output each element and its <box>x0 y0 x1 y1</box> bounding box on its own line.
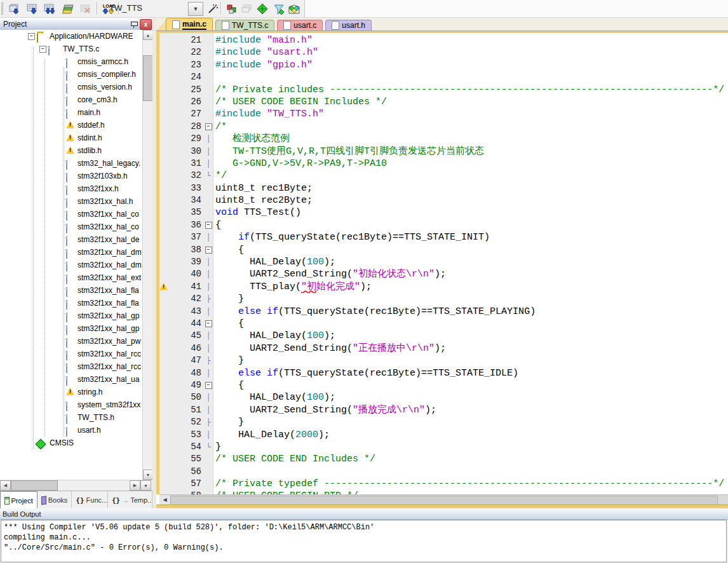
fold-collapse-icon[interactable]: − <box>205 123 212 130</box>
tree-item[interactable]: stm32f1xx_hal_pw <box>0 335 142 348</box>
tree-hscroll-thumb[interactable] <box>11 480 58 491</box>
code-text: { <box>215 219 728 231</box>
tree-item[interactable]: stm32f103xb.h <box>0 170 142 182</box>
tree-item[interactable]: stm32f1xx_hal_co <box>0 208 142 220</box>
fold-collapse-icon[interactable]: − <box>205 247 212 254</box>
pin-icon[interactable] <box>129 20 138 29</box>
tree-item[interactable]: usart.h <box>0 424 142 437</box>
panel-tab-books[interactable]: Books <box>37 491 72 509</box>
stop-build-icon[interactable] <box>78 1 94 17</box>
tree-vertical-scrollbar[interactable]: ▲ ▼ <box>142 30 153 480</box>
tree-item[interactable]: TW_TTS.h <box>0 411 142 424</box>
document-tab-usart-c[interactable]: usart.c <box>277 20 323 31</box>
tree-item[interactable]: system_stm32f1xx <box>0 398 142 411</box>
document-tab-bar: main.cTW_TTS.cusart.cusart.h <box>156 18 728 31</box>
fold-margin: ├ <box>204 355 213 367</box>
tree-item[interactable]: stm32f1xx_hal_de <box>0 233 142 246</box>
tree-item[interactable]: cmsis_version.h <box>0 81 142 93</box>
document-tab-TW_TTS-c[interactable]: TW_TTS.c <box>215 20 274 31</box>
toolbar-separator <box>220 2 221 15</box>
fold-collapse-icon[interactable]: − <box>205 320 212 327</box>
document-tab-main-c[interactable]: main.c <box>166 18 213 31</box>
tree-item[interactable]: stm32f1xx_hal_fla <box>0 297 142 309</box>
pack-installer-icon[interactable] <box>286 1 302 17</box>
tree-item[interactable]: stm32f1xx_hal_ext <box>0 271 142 284</box>
tree-item[interactable]: stm32f1xx_hal_rcc <box>0 348 142 360</box>
tree-vscroll-thumb[interactable] <box>143 55 153 101</box>
tree-item-label: main.h <box>78 106 100 119</box>
tree-item[interactable]: core_cm3.h <box>0 93 142 106</box>
translate-icon[interactable] <box>6 1 23 17</box>
tree-item[interactable]: stdint.h <box>0 132 142 144</box>
tree-item[interactable]: main.h <box>0 106 142 119</box>
tree-item[interactable]: stm32f1xx_hal_dm <box>0 246 142 259</box>
tree-item[interactable]: cmsis_compiler.h <box>0 68 142 81</box>
tree-item[interactable]: stm32_hal_legacy. <box>0 157 142 170</box>
tree-item[interactable]: stm32f1xx_hal.h <box>0 195 142 208</box>
source-file-icon <box>48 46 50 55</box>
toolbar-grip[interactable] <box>1 2 3 15</box>
scroll-up-icon[interactable]: ▲ <box>143 30 153 40</box>
panel-tab-temp[interactable]: {}→Temp... <box>108 491 152 509</box>
tree-item[interactable]: stm32f1xx.h <box>0 182 142 195</box>
code-editor[interactable]: 21#include "main.h"22#include "usart.h"2… <box>156 33 728 494</box>
options-for-target-wand-icon[interactable] <box>205 1 221 17</box>
tree-expander-minus-icon[interactable]: − <box>28 33 35 40</box>
tree-item[interactable]: stm32f1xx_hal_rcc <box>0 360 142 373</box>
tree-expander-minus-icon[interactable]: − <box>39 46 46 53</box>
target-dropdown-arrow-icon[interactable]: ▼ <box>188 2 203 16</box>
tree-item[interactable]: stm32f1xx_hal_gp <box>0 322 142 335</box>
tree-item-label: usart.h <box>78 424 101 437</box>
line-gutter <box>159 110 172 119</box>
panel-tab-project[interactable]: Project <box>0 491 37 509</box>
fold-line: ├ <box>206 356 211 365</box>
tree-item[interactable]: −TW_TTS.c <box>0 43 142 55</box>
file-icon <box>66 186 67 195</box>
tree-item[interactable]: cmsis_armcc.h <box>0 55 142 68</box>
tree-item-label: stdint.h <box>78 132 102 144</box>
batch-build-icon[interactable] <box>60 1 76 17</box>
fold-collapse-icon[interactable]: − <box>205 222 212 229</box>
fold-line: │ <box>206 431 211 439</box>
build-icon[interactable] <box>24 1 41 17</box>
tree-item[interactable]: stm32f1xx_hal_fla <box>0 284 142 297</box>
scroll-down-icon[interactable]: ▼ <box>143 470 153 480</box>
scroll-left-icon[interactable]: ◀ <box>0 480 11 491</box>
panel-tab-func[interactable]: {}Func... <box>72 491 108 509</box>
tree-item[interactable]: stdlib.h <box>0 144 142 157</box>
select-software-packs-icon[interactable] <box>271 1 287 17</box>
tree-horizontal-scrollbar[interactable]: ◀ ▶ ▼ <box>0 480 152 491</box>
multi-project-icon[interactable] <box>239 1 255 17</box>
close-icon[interactable]: x <box>140 19 152 30</box>
tree-item[interactable]: string.h <box>0 386 142 398</box>
scroll-options-icon[interactable]: ▼ <box>140 480 151 491</box>
fold-line: │ <box>206 233 211 241</box>
scroll-left-icon[interactable]: ◀ <box>159 495 171 505</box>
editor-horizontal-scrollbar[interactable]: ◀ <box>159 494 728 505</box>
tree-item[interactable]: CMSIS <box>0 437 142 449</box>
fold-collapse-icon[interactable]: − <box>205 382 212 389</box>
tree-item-label: string.h <box>78 386 102 398</box>
manage-rte-icon[interactable] <box>254 1 271 17</box>
target-select-value[interactable]: TW_TTS <box>109 3 184 13</box>
line-gutter <box>159 86 172 95</box>
tree-item[interactable]: −Application/HARDWARE <box>0 30 142 43</box>
tree-item[interactable]: stm32f1xx_hal_dm <box>0 259 142 271</box>
fold-line: │ <box>206 332 211 340</box>
line-gutter <box>159 196 172 205</box>
build-output-log[interactable]: *** Using Compiler 'V5.06 update 5 (buil… <box>1 520 727 562</box>
tree-item[interactable]: stddef.h <box>0 119 142 132</box>
tree-item[interactable]: stm32f1xx_hal_ua <box>0 373 142 386</box>
rebuild-icon[interactable] <box>42 1 58 17</box>
build-output-line: compiling main.c... <box>4 532 724 543</box>
fold-margin: │ <box>204 158 213 170</box>
code-line: 41│ TTS_play("初始化完成"); <box>159 281 728 293</box>
document-tab-usart-h[interactable]: usart.h <box>325 20 372 31</box>
manage-project-items-icon[interactable] <box>224 1 240 17</box>
tree-item[interactable]: stm32f1xx_hal_gp <box>0 309 142 322</box>
code-text: 检测状态范例 <box>215 133 728 145</box>
project-tree[interactable]: −Application/HARDWARE−TW_TTS.ccmsis_armc… <box>0 30 142 480</box>
tree-item[interactable]: stm32f1xx_hal_co <box>0 220 142 233</box>
scroll-right-icon[interactable]: ▶ <box>130 480 140 491</box>
editor-hscroll-thumb[interactable] <box>170 496 718 505</box>
